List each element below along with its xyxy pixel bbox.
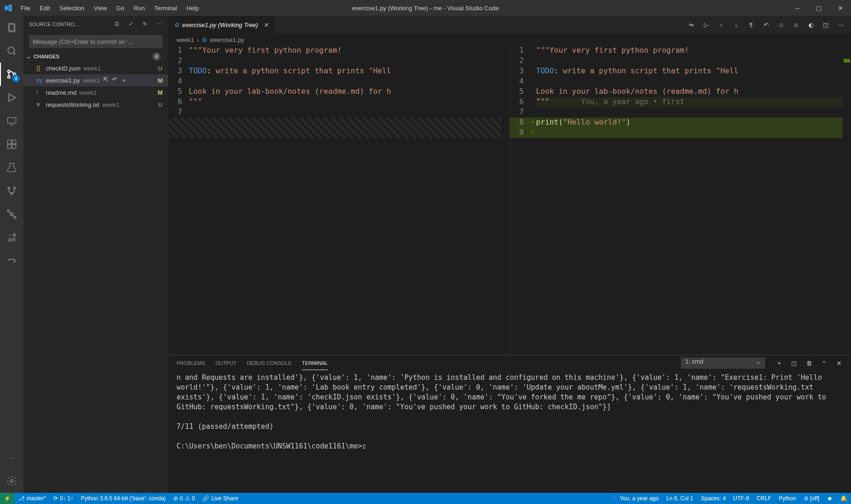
remote-indicator[interactable]: ⚡	[0, 493, 14, 504]
panel-tab-debug-console[interactable]: DEBUG CONSOLE	[247, 357, 291, 370]
kill-terminal-icon[interactable]: 🗑	[805, 359, 813, 367]
eol[interactable]: CRLF	[753, 493, 775, 504]
file-item-checkID-json[interactable]: {}checkID.jsonweek1U	[23, 62, 168, 74]
code-line[interactable]: 3TODO: write a python script that prints…	[168, 66, 510, 77]
chevron-down-icon: ⌄	[25, 54, 32, 60]
commit-icon[interactable]: ✓	[127, 21, 135, 28]
blame-info[interactable]: 👤You, a year ago	[607, 493, 663, 504]
search-icon[interactable]	[0, 39, 23, 63]
language-mode[interactable]: Python	[775, 493, 800, 504]
file-item-requestsWorking-txt[interactable]: ≡requestsWorking.txtweek1U	[23, 98, 168, 111]
breadcrumbs[interactable]: week1 › ⚙ exercise1.py	[168, 34, 851, 46]
maximize-panel-icon[interactable]: ⌃	[820, 359, 828, 367]
previous-change-icon[interactable]: ↑	[717, 21, 725, 28]
code-line[interactable]: 7	[168, 107, 510, 118]
encoding[interactable]: UTF-8	[730, 493, 753, 504]
code-line[interactable]: 4	[510, 77, 851, 87]
code-line[interactable]: 1"""Your very first python program!	[168, 46, 510, 56]
code-line[interactable]: 2	[168, 56, 510, 66]
new-terminal-icon[interactable]: ＋	[775, 359, 783, 367]
panel-tab-problems[interactable]: PROBLEMS	[177, 357, 205, 370]
more-icon[interactable]: ⋯	[0, 446, 23, 469]
next-change-icon[interactable]: ↓	[732, 21, 740, 28]
split-editor-icon[interactable]: ◫	[822, 21, 830, 28]
tab-exercise1[interactable]: ⚙ exercise1.py (Working Tree) ✕	[168, 16, 275, 34]
more-actions-icon[interactable]: ⋯	[155, 21, 163, 28]
menu-go[interactable]: Go	[112, 0, 129, 16]
code-line[interactable]: 5Look in your lab-book/notes (readme.md)…	[168, 87, 510, 97]
menu-terminal[interactable]: Terminal	[149, 0, 182, 16]
extensions-icon[interactable]	[0, 133, 23, 156]
compare-changes-icon[interactable]: ⇋	[688, 21, 695, 28]
menu-file[interactable]: File	[16, 0, 35, 16]
live-share[interactable]: 🔗Live Share	[199, 493, 241, 504]
whitespace-icon[interactable]: ¶	[747, 21, 755, 28]
diff-modified-pane[interactable]: 1"""Your very first python program!23TOD…	[510, 46, 851, 355]
menu-edit[interactable]: Edit	[35, 0, 55, 16]
menu-help[interactable]: Help	[182, 0, 204, 16]
code-line[interactable]: 2	[510, 56, 851, 66]
collapse-unchanged-icon[interactable]: ⊖	[777, 21, 785, 28]
code-line[interactable]: 6"""	[168, 97, 510, 107]
sync-indicator[interactable]: ⟳0↓ 1↑	[50, 493, 77, 504]
close-button[interactable]: ✕	[830, 0, 851, 16]
commit-message-input[interactable]	[29, 35, 163, 48]
toggle-view-icon[interactable]: ◐	[807, 21, 815, 28]
menu-run[interactable]: Run	[129, 0, 149, 16]
expand-unchanged-icon[interactable]: ⊕	[792, 21, 800, 28]
api-icon[interactable]: ↔⚙API	[0, 226, 23, 249]
prettier-status[interactable]: ⊘[off]	[800, 493, 823, 504]
file-item-exercise1-py[interactable]: pyexercise1.pyweek1⇱↶＋M	[23, 74, 168, 86]
stage-icon[interactable]: ＋	[121, 76, 127, 84]
problems-indicator[interactable]: ⊘0⚠0	[170, 493, 199, 504]
code-line[interactable]: 6""" You, a year ago • first	[510, 97, 851, 107]
file-item-readme-md[interactable]: ireadme.mdweek1M	[23, 86, 168, 98]
minimap-left[interactable]	[501, 46, 510, 355]
panel-tab-terminal[interactable]: TERMINAL	[302, 357, 328, 370]
view-tree-icon[interactable]: ☰	[113, 21, 121, 28]
minimap-right[interactable]	[843, 46, 851, 355]
code-line[interactable]: 5Look in your lab-book/notes (readme.md)…	[510, 87, 851, 97]
menu-selection[interactable]: Selection	[55, 0, 89, 16]
share-icon[interactable]	[0, 249, 23, 273]
terminal-selector[interactable]: 1: cmd⌄	[681, 357, 765, 369]
source-control-icon[interactable]: 4	[0, 63, 23, 86]
code-line[interactable]: 8+print("Hello world!")	[510, 118, 851, 128]
maximize-button[interactable]: ▢	[808, 0, 830, 16]
minimize-button[interactable]: ─	[787, 0, 808, 16]
indentation[interactable]: Spaces: 4	[697, 493, 729, 504]
git-graph-icon[interactable]	[0, 179, 23, 203]
discard-icon[interactable]: ↶	[112, 76, 117, 84]
code-line[interactable]: 9+	[510, 128, 851, 138]
close-panel-icon[interactable]: ✕	[835, 359, 843, 367]
refresh-icon[interactable]: ↻	[141, 21, 149, 28]
revert-icon[interactable]: ↶	[762, 21, 770, 28]
breadcrumb-file[interactable]: exercise1.py	[210, 36, 244, 43]
terminal-output[interactable]: n and Requests are installed'}, {'value'…	[168, 371, 851, 493]
run-icon[interactable]: ▷	[702, 21, 710, 28]
open-file-icon[interactable]: ⇱	[103, 76, 108, 84]
code-line[interactable]: 4	[168, 77, 510, 87]
close-tab-icon[interactable]: ✕	[263, 21, 269, 28]
explorer-icon[interactable]	[0, 16, 23, 39]
diff-original-pane[interactable]: 1"""Your very first python program!23TOD…	[168, 46, 510, 355]
cursor-position[interactable]: Ln 6, Col 1	[662, 493, 697, 504]
breadcrumb-folder[interactable]: week1	[177, 36, 194, 43]
menu-view[interactable]: View	[89, 0, 112, 16]
gitlens-icon[interactable]	[0, 203, 23, 226]
editor-more-icon[interactable]: ⋯	[837, 21, 844, 28]
split-terminal-icon[interactable]: ◫	[790, 359, 798, 367]
feedback-icon[interactable]: ☻	[823, 493, 837, 504]
run-debug-icon[interactable]	[0, 86, 23, 109]
branch-indicator[interactable]: ⎇master*	[14, 493, 50, 504]
remote-explorer-icon[interactable]	[0, 109, 23, 133]
code-line[interactable]: 1"""Your very first python program!	[510, 46, 851, 56]
testing-icon[interactable]	[0, 156, 23, 179]
python-interpreter[interactable]: Python 3.6.5 64-bit ('base': conda)	[77, 493, 170, 504]
code-line[interactable]: 7	[510, 107, 851, 118]
notifications-icon[interactable]: 🔔	[837, 493, 851, 504]
changes-section-header[interactable]: ⌄ CHANGES 4	[23, 51, 168, 62]
settings-gear-icon[interactable]	[0, 469, 23, 493]
code-line[interactable]: 3TODO: write a python script that prints…	[510, 66, 851, 77]
panel-tab-output[interactable]: OUTPUT	[215, 357, 236, 370]
